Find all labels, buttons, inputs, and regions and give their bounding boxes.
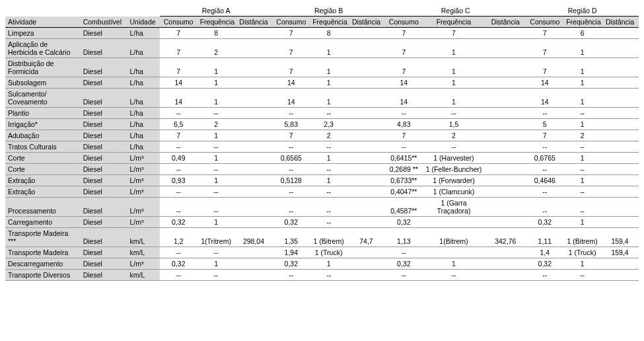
data-table: Região A Região B Região C Região D Ativ…: [5, 5, 639, 281]
cell-c-consumo: --: [385, 141, 423, 153]
cell-d-freq: 2: [563, 130, 601, 141]
cell-b-consumo: 7: [272, 58, 310, 77]
cell-activity: Transporte Madeira ***: [5, 228, 81, 247]
cell-a-freq: --: [197, 186, 235, 198]
cell-b-dist: [347, 28, 385, 39]
cell-d-consumo: 1,4: [526, 247, 563, 258]
header-c-freq: Frequência: [423, 17, 485, 28]
cell-a-freq: --: [197, 270, 235, 281]
cell-a-consumo: --: [160, 108, 197, 119]
cell-a-freq: 1: [197, 77, 235, 89]
cell-c-dist: [485, 89, 526, 108]
table-row: Aplicação de Herbicida e CalcárioDieselL…: [5, 39, 639, 58]
table-row: LimpezaDieselL/ha78787776: [5, 28, 639, 39]
cell-b-consumo: 5,83: [272, 119, 310, 130]
cell-d-dist: [601, 153, 639, 164]
header-d-dist: Distância: [601, 17, 639, 28]
cell-unit: L/ha: [127, 89, 159, 108]
cell-d-dist: [601, 164, 639, 175]
cell-activity: Extração: [5, 175, 81, 186]
header-b-freq: Frequência: [310, 17, 347, 28]
cell-activity: Irrigação*: [5, 119, 81, 130]
cell-b-dist: [347, 164, 385, 175]
cell-d-consumo: --: [526, 186, 563, 198]
cell-a-consumo: --: [160, 247, 197, 258]
cell-c-dist: [485, 175, 526, 186]
cell-a-dist: [235, 164, 273, 175]
cell-c-consumo: 7: [385, 58, 423, 77]
cell-c-freq: 1: [423, 58, 485, 77]
cell-a-freq: 1: [197, 130, 235, 141]
cell-b-freq: 1 (Truck): [310, 247, 347, 258]
cell-a-dist: [235, 119, 273, 130]
cell-d-freq: --: [563, 141, 601, 153]
table-row: AdubaçãoDieselL/ha71727272: [5, 130, 639, 141]
cell-d-dist: [601, 39, 639, 58]
cell-activity: Distribuição de Formicida: [5, 58, 81, 77]
cell-b-freq: 1: [310, 89, 347, 108]
cell-c-freq: 1,5: [423, 119, 485, 130]
cell-b-freq: 1: [310, 39, 347, 58]
cell-b-dist: [347, 175, 385, 186]
cell-b-freq: --: [310, 217, 347, 228]
cell-b-dist: 74,7: [347, 228, 385, 247]
table-row: SubsolagemDieselL/ha141141141141: [5, 77, 639, 89]
table-row: CorteDieselL/m³--------0,2689 **1 (Felle…: [5, 164, 639, 175]
cell-c-freq: --: [423, 141, 485, 153]
cell-c-consumo: 0,4587**: [385, 198, 423, 217]
cell-c-consumo: 14: [385, 77, 423, 89]
cell-d-dist: [601, 119, 639, 130]
cell-d-dist: [601, 58, 639, 77]
cell-c-freq: [423, 217, 485, 228]
cell-c-freq: 7: [423, 28, 485, 39]
cell-b-consumo: 0,32: [272, 258, 310, 270]
cell-activity: Adubação: [5, 130, 81, 141]
cell-activity: Corte: [5, 153, 81, 164]
cell-b-freq: --: [310, 270, 347, 281]
cell-d-dist: [601, 270, 639, 281]
cell-c-freq: 1 (Clamcunk): [423, 186, 485, 198]
cell-a-freq: --: [197, 164, 235, 175]
cell-unit: km/L: [127, 270, 159, 281]
cell-a-dist: [235, 141, 273, 153]
cell-a-dist: 298,04: [235, 228, 273, 247]
cell-c-dist: [485, 198, 526, 217]
cell-d-freq: 1 (Truck): [563, 247, 601, 258]
cell-unit: L/ha: [127, 108, 159, 119]
cell-b-dist: [347, 270, 385, 281]
cell-b-freq: --: [310, 198, 347, 217]
table-row: CarregamentoDieselL/m³0,3210,32--0,320,3…: [5, 217, 639, 228]
cell-c-freq: 1 (Forwarder): [423, 175, 485, 186]
cell-c-dist: [485, 217, 526, 228]
cell-d-consumo: 7: [526, 28, 563, 39]
cell-b-freq: --: [310, 164, 347, 175]
cell-d-dist: [601, 175, 639, 186]
column-header-row: Atividade Combustível Unidade Consumo Fr…: [5, 17, 639, 28]
cell-a-freq: --: [197, 247, 235, 258]
cell-b-consumo: 1,94: [272, 247, 310, 258]
cell-activity: Descarregamento: [5, 258, 81, 270]
cell-d-dist: [601, 89, 639, 108]
cell-unit: L/m³: [127, 164, 159, 175]
table-row: DescarregamentoDieselL/m³0,3210,3210,321…: [5, 258, 639, 270]
cell-d-freq: 1: [563, 39, 601, 58]
region-header-row: Região A Região B Região C Região D: [5, 5, 639, 17]
table-row: ExtraçãoDieselL/m³--------0,4047**1 (Cla…: [5, 186, 639, 198]
cell-d-dist: [601, 258, 639, 270]
cell-a-consumo: --: [160, 141, 197, 153]
cell-a-consumo: 0,32: [160, 217, 197, 228]
cell-d-consumo: --: [526, 108, 563, 119]
cell-a-consumo: --: [160, 198, 197, 217]
cell-unit: L/ha: [127, 130, 159, 141]
cell-d-consumo: 14: [526, 77, 563, 89]
cell-fuel: Diesel: [81, 198, 127, 217]
cell-a-freq: 1: [197, 175, 235, 186]
cell-activity: Processamento: [5, 198, 81, 217]
cell-fuel: Diesel: [81, 164, 127, 175]
cell-b-consumo: --: [272, 270, 310, 281]
cell-b-dist: [347, 198, 385, 217]
cell-fuel: Diesel: [81, 119, 127, 130]
cell-unit: L/m³: [127, 258, 159, 270]
cell-activity: Plantio: [5, 108, 81, 119]
cell-c-dist: [485, 28, 526, 39]
